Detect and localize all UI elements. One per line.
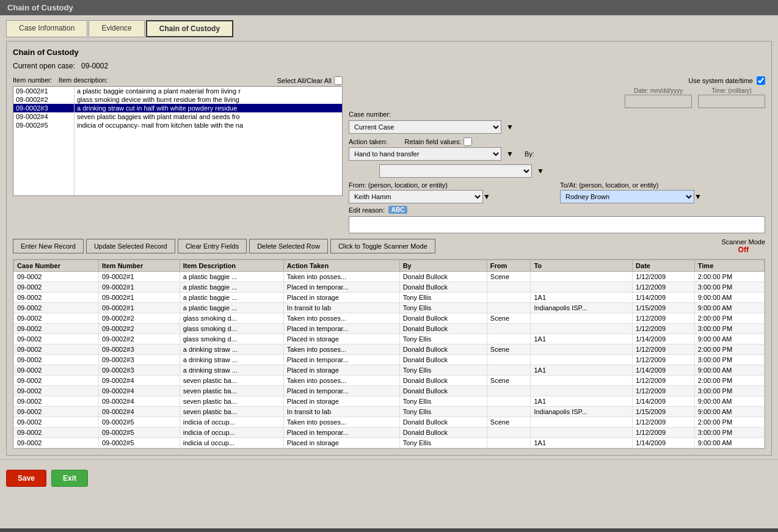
list-item[interactable]: 09-0002#5 bbox=[13, 121, 74, 129]
table-cell bbox=[487, 407, 531, 417]
table-row[interactable]: 09-000209-0002#1a plastic baggie ...In t… bbox=[14, 303, 765, 313]
table-cell: 1/12/2009 bbox=[633, 282, 695, 293]
from-select[interactable]: Keith Hamm bbox=[349, 190, 483, 203]
table-row[interactable]: 09-000209-0002#5indicia of occup...Taken… bbox=[14, 417, 765, 428]
case-number-dropdown-icon: ▼ bbox=[506, 123, 514, 131]
select-all-checkbox[interactable] bbox=[334, 76, 343, 85]
item-list: 09-0002#109-0002#209-0002#309-0002#409-0… bbox=[13, 86, 343, 196]
table-cell: seven plastic ba... bbox=[180, 386, 283, 396]
list-item[interactable]: 09-0002#3 bbox=[13, 104, 74, 112]
table-cell: Donald Bullock bbox=[399, 386, 487, 396]
data-table-container: Case NumberItem NumberItem DescriptionAc… bbox=[13, 259, 765, 449]
table-row[interactable]: 09-000209-0002#3a drinking straw ...Plac… bbox=[14, 355, 765, 365]
table-row[interactable]: 09-000209-0002#1a plastic baggie ...Plac… bbox=[14, 282, 765, 293]
table-cell: 1/14/2009 bbox=[633, 438, 695, 448]
list-item[interactable]: a drinking straw cut in half with white … bbox=[75, 104, 342, 112]
by-select[interactable] bbox=[379, 164, 532, 178]
date-input[interactable]: SystemDate bbox=[625, 95, 692, 108]
table-row[interactable]: 09-000209-0002#4seven plastic ba...Place… bbox=[14, 386, 765, 396]
toggle-scanner-mode-button[interactable]: Click to Toggle Scanner Mode bbox=[330, 239, 435, 253]
action-taken-select[interactable]: Hand to hand transfer bbox=[349, 147, 501, 161]
table-cell: 9:00:00 AM bbox=[694, 396, 764, 407]
table-row[interactable]: 09-000209-0002#5indicia of occup...Place… bbox=[14, 428, 765, 438]
list-item[interactable]: 09-0002#1 bbox=[13, 87, 74, 95]
exit-button[interactable]: Exit bbox=[51, 470, 88, 487]
list-item[interactable]: 09-0002#2 bbox=[13, 95, 74, 104]
list-item[interactable]: glass smoking device with burnt residue … bbox=[75, 95, 342, 104]
table-cell: Placed in temporar... bbox=[283, 282, 399, 293]
table-cell: 09-0002#4 bbox=[98, 376, 180, 386]
table-cell: 3:00:00 PM bbox=[694, 355, 764, 365]
case-number-label: Case number: bbox=[349, 111, 391, 118]
edit-reason-row: Edit reason: ABC bbox=[349, 206, 765, 214]
table-cell: 09-0002 bbox=[14, 324, 99, 334]
list-item[interactable]: seven plastic baggies with plant materia… bbox=[75, 112, 342, 121]
table-row[interactable]: 09-000209-0002#4seven plastic ba...Place… bbox=[14, 396, 765, 407]
table-cell: a plastic baggie ... bbox=[180, 293, 283, 303]
table-row[interactable]: 09-000209-0002#3a drinking straw ...Take… bbox=[14, 344, 765, 355]
save-button[interactable]: Save bbox=[6, 470, 46, 487]
table-row[interactable]: 09-000209-0002#4seven plastic ba...In tr… bbox=[14, 407, 765, 417]
table-cell: Taken into posses... bbox=[283, 272, 399, 282]
table-cell: Tony Ellis bbox=[399, 365, 487, 376]
table-cell: Placed in storage bbox=[283, 293, 399, 303]
table-cell: Scene bbox=[487, 344, 531, 355]
table-cell: indicia of occup... bbox=[180, 417, 283, 428]
update-selected-record-button[interactable]: Update Selected Record bbox=[86, 239, 175, 253]
list-item[interactable]: a plastic baggie containing a plant mate… bbox=[75, 87, 342, 95]
table-cell: Placed in storage bbox=[283, 396, 399, 407]
table-cell: In transit to lab bbox=[283, 407, 399, 417]
system-datetime-checkbox[interactable] bbox=[757, 76, 765, 85]
action-buttons-row: Enter New Record Update Selected Record … bbox=[13, 238, 765, 254]
table-cell: Scene bbox=[487, 417, 531, 428]
enter-new-record-button[interactable]: Enter New Record bbox=[13, 239, 84, 253]
table-cell: 1A1 bbox=[531, 293, 633, 303]
table-cell: 09-0002 bbox=[14, 313, 99, 324]
tab-evidence[interactable]: Evidence bbox=[89, 20, 144, 37]
table-cell: 09-0002#3 bbox=[98, 355, 180, 365]
time-input[interactable]: SystemDate bbox=[698, 95, 765, 108]
table-row[interactable]: 09-000209-0002#2glass smoking d...Placed… bbox=[14, 334, 765, 344]
table-cell: Taken into posses... bbox=[283, 313, 399, 324]
retain-checkbox[interactable] bbox=[464, 137, 472, 146]
table-row[interactable]: 09-000209-0002#1a plastic baggie ...Plac… bbox=[14, 293, 765, 303]
table-cell bbox=[487, 438, 531, 448]
table-cell: 1/14/2009 bbox=[633, 334, 695, 344]
clear-entry-fields-button[interactable]: Clear Entry Fields bbox=[178, 239, 247, 253]
list-item[interactable]: indicia of occupancy- mail from kitchen … bbox=[75, 121, 342, 129]
table-cell bbox=[531, 376, 633, 386]
list-item[interactable]: 09-0002#4 bbox=[13, 112, 74, 121]
table-cell: Placed in storage bbox=[283, 438, 399, 448]
system-date-row: Use system date/time bbox=[349, 76, 765, 85]
delete-selected-row-button[interactable]: Delete Selected Row bbox=[249, 239, 328, 253]
case-number-select[interactable]: Current Case bbox=[349, 120, 501, 134]
table-cell bbox=[487, 282, 531, 293]
table-cell: 09-0002#1 bbox=[98, 293, 180, 303]
table-row[interactable]: 09-000209-0002#2glass smoking d...Placed… bbox=[14, 324, 765, 334]
table-cell bbox=[487, 355, 531, 365]
tab-chain-of-custody[interactable]: Chain of Custody bbox=[146, 20, 233, 37]
scanner-mode-label: Scanner Mode bbox=[721, 238, 765, 246]
title-bar: Chain of Custody bbox=[0, 0, 778, 15]
table-row[interactable]: 09-000209-0002#5indicia ul occup...Place… bbox=[14, 438, 765, 448]
to-at-select[interactable]: Rodney Brown bbox=[560, 190, 694, 203]
table-cell: Tony Ellis bbox=[399, 293, 487, 303]
table-cell: 2:00:00 PM bbox=[694, 344, 764, 355]
table-cell: 09-0002#4 bbox=[98, 396, 180, 407]
table-cell: 09-0002 bbox=[14, 355, 99, 365]
table-cell: 1A1 bbox=[531, 365, 633, 376]
table-cell: glass smoking d... bbox=[180, 334, 283, 344]
table-cell: Donald Bullock bbox=[399, 355, 487, 365]
edit-reason-input[interactable] bbox=[349, 216, 765, 233]
section-title: Chain of Custody bbox=[13, 48, 765, 57]
tab-case-information[interactable]: Case Information bbox=[6, 20, 87, 37]
table-row[interactable]: 09-000209-0002#2glass smoking d...Taken … bbox=[14, 313, 765, 324]
table-row[interactable]: 09-000209-0002#3a drinking straw ...Plac… bbox=[14, 365, 765, 376]
table-cell: Donald Bullock bbox=[399, 344, 487, 355]
table-cell bbox=[531, 386, 633, 396]
table-cell: Indianapolis ISP... bbox=[531, 303, 633, 313]
table-row[interactable]: 09-000209-0002#1a plastic baggie ...Take… bbox=[14, 272, 765, 282]
table-row[interactable]: 09-000209-0002#4seven plastic ba...Taken… bbox=[14, 376, 765, 386]
table-cell: Placed in temporar... bbox=[283, 355, 399, 365]
table-cell: 09-0002 bbox=[14, 303, 99, 313]
